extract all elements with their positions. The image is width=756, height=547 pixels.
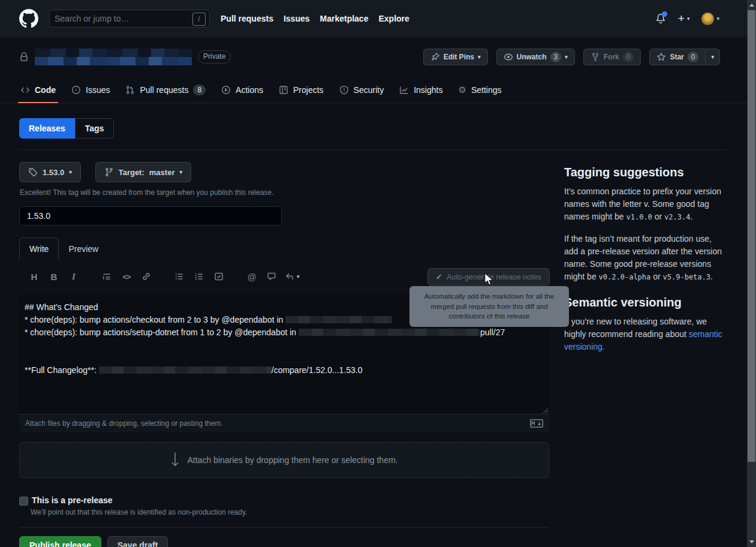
prerelease-section: This is a pre-release We'll point out th… (19, 495, 247, 516)
chevron-down-icon: ▾ (478, 54, 481, 60)
nav-marketplace[interactable]: Marketplace (320, 14, 369, 23)
tab-issues-label: Issues (86, 85, 110, 95)
italic-icon[interactable]: I (67, 269, 80, 284)
chevron-down-icon: ▾ (687, 16, 690, 22)
tags-toggle-button[interactable]: Tags (75, 118, 115, 139)
star-button[interactable]: Star 0 (649, 49, 706, 65)
scroll-down-arrow[interactable] (747, 537, 756, 546)
repo-header: Private Edit Pins ▾ Unwatch 3 ▾ Fork 0 S… (19, 47, 720, 67)
tab-preview[interactable]: Preview (59, 238, 108, 260)
attach-files-hint: Attach files by dragging & dropping, sel… (25, 419, 223, 428)
page-scrollbar[interactable] (747, 0, 756, 547)
link-icon[interactable] (140, 269, 153, 284)
code-markdown-icon[interactable]: <> (120, 269, 133, 284)
fork-icon (591, 52, 600, 62)
reply-icon[interactable]: ▾ (285, 269, 300, 284)
fork-button[interactable]: Fork 0 (583, 49, 641, 65)
eye-icon (504, 52, 513, 62)
user-menu[interactable]: ▾ (701, 13, 719, 25)
chevron-down-icon: ▾ (69, 169, 72, 175)
tagging-paragraph-2: If the tag isn’t meant for production us… (564, 233, 727, 284)
semver-paragraph: If you’re new to releasing software, we … (564, 315, 727, 353)
repo-title: Private (19, 49, 231, 65)
nav-pull-requests[interactable]: Pull requests (221, 14, 273, 23)
quote-icon[interactable] (100, 269, 113, 284)
releases-toggle-button[interactable]: Releases (19, 118, 75, 139)
tab-projects[interactable]: Projects (273, 77, 330, 103)
tab-actions[interactable]: Actions (215, 77, 269, 103)
censored-repo-name[interactable] (35, 49, 192, 65)
tab-insights-label: Insights (414, 85, 442, 95)
release-body-line: **Full Changelog**: /compare/1.52.0...1.… (25, 364, 543, 377)
lock-icon (19, 52, 29, 62)
task-list-icon[interactable] (212, 269, 225, 284)
header-right: + ▾ ▾ (655, 13, 719, 25)
down-arrow-icon (171, 452, 179, 468)
star-dropdown-button[interactable]: ▾ (706, 49, 720, 65)
tab-pull-requests[interactable]: Pull requests 8 (119, 77, 212, 103)
top-nav: / Pull requests Issues Marketplace Explo… (0, 0, 747, 37)
shield-icon (339, 85, 349, 95)
censored-text (99, 366, 272, 374)
star-icon (656, 52, 666, 62)
branch-icon (104, 167, 114, 177)
search-field[interactable] (50, 14, 191, 23)
binaries-dropzone[interactable]: Attach binaries by dropping them here or… (19, 442, 549, 478)
projects-icon (279, 85, 288, 95)
tab-security[interactable]: Security (333, 77, 390, 103)
form-divider (19, 527, 549, 528)
unordered-list-icon[interactable] (173, 269, 186, 284)
release-body-line (25, 351, 543, 364)
edit-pins-button[interactable]: Edit Pins ▾ (423, 49, 488, 65)
plus-icon: + (678, 14, 685, 23)
autogen-tooltip: Automatically add the markdown for all t… (409, 286, 569, 327)
attach-files-bar[interactable]: Attach files by dragging & dropping, sel… (19, 414, 549, 432)
release-body-text: * chore(deps): bump actions/checkout fro… (25, 315, 285, 324)
choose-tag-dropdown[interactable]: 1.53.0 ▾ (19, 162, 81, 182)
repo-tab-nav: Code Issues Pull requests 8 Actions Proj… (0, 77, 747, 103)
mention-icon[interactable]: @ (245, 269, 258, 284)
nav-issues[interactable]: Issues (284, 14, 310, 23)
header-nav: Pull requests Issues Marketplace Explore (221, 14, 409, 23)
tab-projects-label: Projects (293, 85, 324, 95)
tab-code[interactable]: Code (14, 77, 62, 103)
unwatch-button[interactable]: Unwatch 3 ▾ (496, 49, 575, 65)
fork-count: 0 (623, 52, 634, 62)
tab-security-label: Security (354, 85, 384, 95)
cross-reference-icon[interactable] (265, 269, 278, 284)
scroll-up-arrow[interactable] (747, 1, 756, 10)
form-buttons: Publish release Save draft (19, 536, 168, 547)
prerelease-label[interactable]: This is a pre-release (32, 495, 113, 505)
pull-requests-count: 8 (193, 85, 206, 95)
editor-tabs: Write Preview (19, 235, 108, 260)
release-body-text: **Full Changelog**: (25, 365, 99, 375)
save-draft-button[interactable]: Save draft (107, 536, 168, 547)
prerelease-checkbox[interactable] (19, 497, 28, 506)
nav-explore[interactable]: Explore (378, 14, 409, 23)
unwatch-label: Unwatch (517, 53, 547, 61)
github-logo-icon[interactable] (19, 9, 38, 28)
ordered-list-icon[interactable]: 123 (192, 269, 206, 284)
notifications-bell-icon[interactable] (655, 13, 666, 24)
tag-target-row: 1.53.0 ▾ Target: master ▾ (19, 162, 191, 182)
tab-insights[interactable]: Insights (393, 77, 448, 103)
fork-label: Fork (604, 53, 619, 61)
actions-icon (221, 85, 231, 95)
create-new-button[interactable]: + ▾ (678, 14, 690, 23)
tab-issues[interactable]: Issues (65, 77, 116, 103)
avatar (701, 13, 714, 25)
tab-settings-label: Settings (471, 85, 502, 95)
bold-icon[interactable]: B (47, 269, 61, 284)
tab-write[interactable]: Write (19, 238, 59, 260)
auto-generate-notes-button[interactable]: ✓ Auto-generate release notes (427, 268, 550, 285)
publish-release-button[interactable]: Publish release (19, 536, 101, 547)
tab-settings[interactable]: ⚙ Settings (452, 77, 507, 103)
prerelease-description: We'll point out that this release is ide… (31, 508, 247, 516)
tagging-suggestions-title: Tagging suggestions (564, 166, 727, 179)
pull-request-icon (125, 85, 135, 95)
scrollbar-thumb[interactable] (748, 10, 755, 462)
search-input[interactable]: / (49, 10, 210, 28)
choose-target-dropdown[interactable]: Target: master ▾ (95, 162, 191, 182)
release-title-input[interactable] (19, 206, 282, 226)
heading-icon[interactable]: H (28, 269, 41, 284)
